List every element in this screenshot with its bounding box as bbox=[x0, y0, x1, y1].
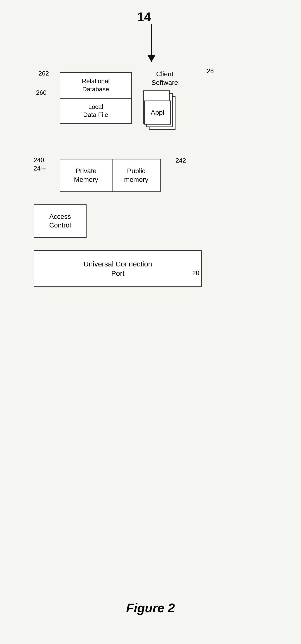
memory-row: PrivateMemory Publicmemory bbox=[60, 159, 160, 192]
relational-database-label: RelationalDatabase bbox=[60, 73, 131, 98]
access-control-box: AccessControl bbox=[34, 204, 86, 238]
appl-box: Appl bbox=[144, 100, 171, 124]
ucp-box: Universal ConnectionPort bbox=[34, 250, 202, 287]
label-24: 24→ bbox=[34, 165, 47, 172]
label-262: 262 bbox=[38, 70, 49, 77]
top-arrow bbox=[148, 24, 155, 62]
label-28: 28 bbox=[207, 67, 214, 75]
label-242: 242 bbox=[176, 157, 186, 164]
private-memory-box: PrivateMemory bbox=[60, 159, 112, 192]
label-260: 260 bbox=[36, 89, 46, 96]
figure-label: Figure 2 bbox=[126, 601, 175, 615]
label-14: 14 bbox=[137, 10, 151, 24]
label-20: 20 bbox=[192, 269, 199, 277]
public-memory-box: Publicmemory bbox=[112, 159, 160, 192]
diagram-container: 14 bbox=[0, 0, 301, 644]
label-240: 240 bbox=[34, 156, 44, 164]
local-data-file-label: LocalData File bbox=[60, 98, 131, 124]
client-software-label: ClientSoftware bbox=[152, 70, 178, 87]
client-software-stack: Appl bbox=[140, 89, 178, 130]
database-container: RelationalDatabase LocalData File bbox=[60, 72, 132, 124]
